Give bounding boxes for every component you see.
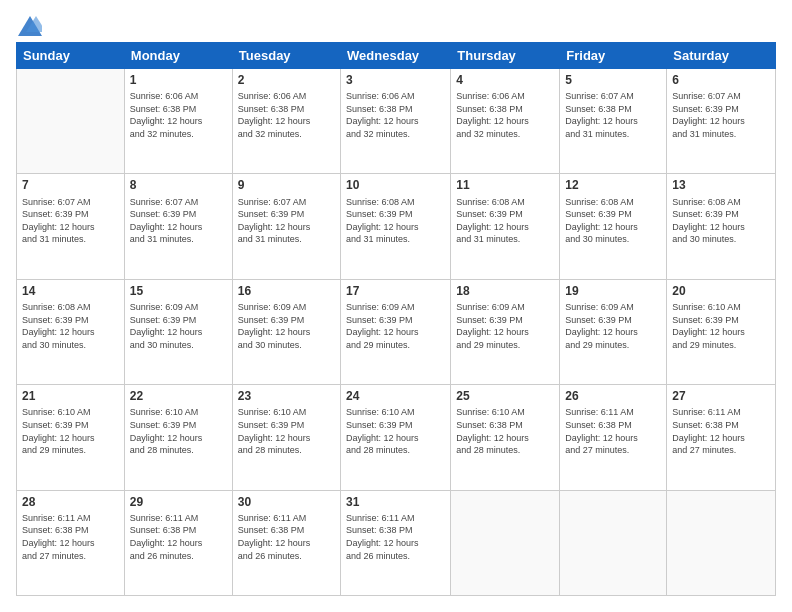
day-info: Sunrise: 6:09 AM Sunset: 6:39 PM Dayligh… [456,301,554,351]
calendar-cell: 14Sunrise: 6:08 AM Sunset: 6:39 PM Dayli… [17,279,125,384]
day-number: 7 [22,177,119,193]
day-info: Sunrise: 6:10 AM Sunset: 6:39 PM Dayligh… [130,406,227,456]
day-info: Sunrise: 6:06 AM Sunset: 6:38 PM Dayligh… [130,90,227,140]
day-info: Sunrise: 6:06 AM Sunset: 6:38 PM Dayligh… [238,90,335,140]
col-header-thursday: Thursday [451,43,560,69]
calendar-cell [560,490,667,595]
calendar-cell: 27Sunrise: 6:11 AM Sunset: 6:38 PM Dayli… [667,385,776,490]
calendar-cell: 19Sunrise: 6:09 AM Sunset: 6:39 PM Dayli… [560,279,667,384]
day-info: Sunrise: 6:09 AM Sunset: 6:39 PM Dayligh… [238,301,335,351]
day-number: 10 [346,177,445,193]
calendar-cell: 3Sunrise: 6:06 AM Sunset: 6:38 PM Daylig… [341,69,451,174]
col-header-friday: Friday [560,43,667,69]
calendar-cell: 21Sunrise: 6:10 AM Sunset: 6:39 PM Dayli… [17,385,125,490]
logo [16,16,42,32]
day-number: 18 [456,283,554,299]
day-number: 30 [238,494,335,510]
day-info: Sunrise: 6:10 AM Sunset: 6:39 PM Dayligh… [22,406,119,456]
calendar-cell: 6Sunrise: 6:07 AM Sunset: 6:39 PM Daylig… [667,69,776,174]
col-header-wednesday: Wednesday [341,43,451,69]
page: SundayMondayTuesdayWednesdayThursdayFrid… [0,0,792,612]
calendar-cell: 29Sunrise: 6:11 AM Sunset: 6:38 PM Dayli… [124,490,232,595]
day-info: Sunrise: 6:10 AM Sunset: 6:39 PM Dayligh… [238,406,335,456]
calendar-cell: 2Sunrise: 6:06 AM Sunset: 6:38 PM Daylig… [232,69,340,174]
day-info: Sunrise: 6:07 AM Sunset: 6:39 PM Dayligh… [672,90,770,140]
day-info: Sunrise: 6:08 AM Sunset: 6:39 PM Dayligh… [346,196,445,246]
calendar-cell: 11Sunrise: 6:08 AM Sunset: 6:39 PM Dayli… [451,174,560,279]
day-number: 3 [346,72,445,88]
day-number: 21 [22,388,119,404]
day-info: Sunrise: 6:08 AM Sunset: 6:39 PM Dayligh… [565,196,661,246]
day-number: 20 [672,283,770,299]
day-info: Sunrise: 6:07 AM Sunset: 6:38 PM Dayligh… [565,90,661,140]
col-header-tuesday: Tuesday [232,43,340,69]
day-number: 5 [565,72,661,88]
day-number: 17 [346,283,445,299]
calendar-week-5: 28Sunrise: 6:11 AM Sunset: 6:38 PM Dayli… [17,490,776,595]
day-number: 8 [130,177,227,193]
day-number: 1 [130,72,227,88]
day-number: 26 [565,388,661,404]
day-info: Sunrise: 6:08 AM Sunset: 6:39 PM Dayligh… [22,301,119,351]
day-info: Sunrise: 6:11 AM Sunset: 6:38 PM Dayligh… [22,512,119,562]
day-number: 29 [130,494,227,510]
calendar-week-2: 7Sunrise: 6:07 AM Sunset: 6:39 PM Daylig… [17,174,776,279]
day-info: Sunrise: 6:09 AM Sunset: 6:39 PM Dayligh… [130,301,227,351]
calendar-cell: 24Sunrise: 6:10 AM Sunset: 6:39 PM Dayli… [341,385,451,490]
calendar-cell: 31Sunrise: 6:11 AM Sunset: 6:38 PM Dayli… [341,490,451,595]
calendar-cell: 23Sunrise: 6:10 AM Sunset: 6:39 PM Dayli… [232,385,340,490]
day-info: Sunrise: 6:11 AM Sunset: 6:38 PM Dayligh… [672,406,770,456]
day-number: 16 [238,283,335,299]
col-header-sunday: Sunday [17,43,125,69]
day-info: Sunrise: 6:07 AM Sunset: 6:39 PM Dayligh… [22,196,119,246]
calendar-cell: 17Sunrise: 6:09 AM Sunset: 6:39 PM Dayli… [341,279,451,384]
day-info: Sunrise: 6:10 AM Sunset: 6:39 PM Dayligh… [672,301,770,351]
day-info: Sunrise: 6:10 AM Sunset: 6:39 PM Dayligh… [346,406,445,456]
day-number: 23 [238,388,335,404]
calendar-cell: 28Sunrise: 6:11 AM Sunset: 6:38 PM Dayli… [17,490,125,595]
calendar-cell: 18Sunrise: 6:09 AM Sunset: 6:39 PM Dayli… [451,279,560,384]
day-info: Sunrise: 6:09 AM Sunset: 6:39 PM Dayligh… [346,301,445,351]
calendar-cell: 30Sunrise: 6:11 AM Sunset: 6:38 PM Dayli… [232,490,340,595]
day-number: 22 [130,388,227,404]
day-number: 6 [672,72,770,88]
calendar-header-row: SundayMondayTuesdayWednesdayThursdayFrid… [17,43,776,69]
day-info: Sunrise: 6:09 AM Sunset: 6:39 PM Dayligh… [565,301,661,351]
calendar-cell: 10Sunrise: 6:08 AM Sunset: 6:39 PM Dayli… [341,174,451,279]
day-number: 12 [565,177,661,193]
calendar-cell: 5Sunrise: 6:07 AM Sunset: 6:38 PM Daylig… [560,69,667,174]
day-number: 14 [22,283,119,299]
day-number: 31 [346,494,445,510]
day-info: Sunrise: 6:06 AM Sunset: 6:38 PM Dayligh… [456,90,554,140]
calendar-cell: 25Sunrise: 6:10 AM Sunset: 6:38 PM Dayli… [451,385,560,490]
calendar-cell: 20Sunrise: 6:10 AM Sunset: 6:39 PM Dayli… [667,279,776,384]
day-number: 19 [565,283,661,299]
calendar-week-3: 14Sunrise: 6:08 AM Sunset: 6:39 PM Dayli… [17,279,776,384]
calendar-week-4: 21Sunrise: 6:10 AM Sunset: 6:39 PM Dayli… [17,385,776,490]
day-number: 13 [672,177,770,193]
calendar-cell: 13Sunrise: 6:08 AM Sunset: 6:39 PM Dayli… [667,174,776,279]
calendar-cell: 22Sunrise: 6:10 AM Sunset: 6:39 PM Dayli… [124,385,232,490]
logo-icon [18,16,42,36]
day-number: 25 [456,388,554,404]
day-info: Sunrise: 6:07 AM Sunset: 6:39 PM Dayligh… [130,196,227,246]
col-header-saturday: Saturday [667,43,776,69]
day-info: Sunrise: 6:06 AM Sunset: 6:38 PM Dayligh… [346,90,445,140]
calendar-cell: 8Sunrise: 6:07 AM Sunset: 6:39 PM Daylig… [124,174,232,279]
calendar-week-1: 1Sunrise: 6:06 AM Sunset: 6:38 PM Daylig… [17,69,776,174]
calendar-cell: 1Sunrise: 6:06 AM Sunset: 6:38 PM Daylig… [124,69,232,174]
day-info: Sunrise: 6:11 AM Sunset: 6:38 PM Dayligh… [238,512,335,562]
calendar-cell: 15Sunrise: 6:09 AM Sunset: 6:39 PM Dayli… [124,279,232,384]
day-number: 11 [456,177,554,193]
day-number: 28 [22,494,119,510]
day-info: Sunrise: 6:08 AM Sunset: 6:39 PM Dayligh… [456,196,554,246]
calendar-cell: 7Sunrise: 6:07 AM Sunset: 6:39 PM Daylig… [17,174,125,279]
day-number: 24 [346,388,445,404]
day-info: Sunrise: 6:07 AM Sunset: 6:39 PM Dayligh… [238,196,335,246]
header [16,16,776,32]
calendar-cell: 16Sunrise: 6:09 AM Sunset: 6:39 PM Dayli… [232,279,340,384]
day-info: Sunrise: 6:08 AM Sunset: 6:39 PM Dayligh… [672,196,770,246]
day-number: 27 [672,388,770,404]
day-number: 4 [456,72,554,88]
col-header-monday: Monday [124,43,232,69]
